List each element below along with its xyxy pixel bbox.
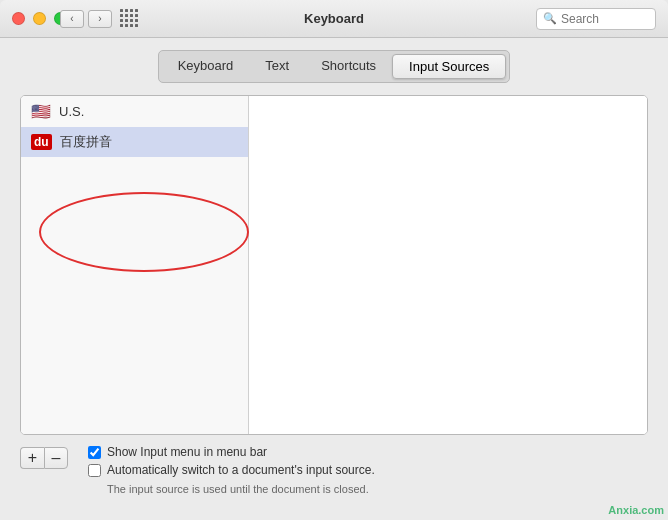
add-button[interactable]: + <box>20 447 44 469</box>
tab-bar: Keyboard Text Shortcuts Input Sources <box>158 50 511 83</box>
tab-shortcuts[interactable]: Shortcuts <box>305 54 392 79</box>
us-flag-icon: 🇺🇸 <box>31 102 51 121</box>
input-source-detail <box>249 96 647 434</box>
search-input[interactable] <box>561 12 649 26</box>
main-content: Keyboard Text Shortcuts Input Sources 🇺🇸… <box>0 38 668 520</box>
content-area: 🇺🇸 U.S. du 百度拼音 <box>20 95 648 435</box>
search-box[interactable]: 🔍 <box>536 8 656 30</box>
watermark: Anxia.com <box>608 504 664 516</box>
baidu-icon: du <box>31 134 52 150</box>
checkbox-row-auto-switch: Automatically switch to a document's inp… <box>88 463 375 477</box>
traffic-lights <box>12 12 67 25</box>
title-bar: ‹ › Keyboard 🔍 <box>0 0 668 38</box>
add-remove-group: + – <box>20 447 68 469</box>
show-input-menu-checkbox[interactable] <box>88 446 101 459</box>
checkboxes-area: Show Input menu in menu bar Automaticall… <box>88 445 375 495</box>
tab-text[interactable]: Text <box>249 54 305 79</box>
us-label: U.S. <box>59 104 84 119</box>
bottom-controls: + – Show Input menu in menu bar Automati… <box>20 445 648 495</box>
baidu-label: 百度拼音 <box>60 133 112 151</box>
hint-text: The input source is used until the docum… <box>107 483 375 495</box>
auto-switch-checkbox[interactable] <box>88 464 101 477</box>
tab-keyboard[interactable]: Keyboard <box>162 54 250 79</box>
grid-icon <box>120 9 139 28</box>
forward-button[interactable]: › <box>88 10 112 28</box>
close-button[interactable] <box>12 12 25 25</box>
tab-input-sources[interactable]: Input Sources <box>392 54 506 79</box>
show-input-menu-label: Show Input menu in menu bar <box>107 445 267 459</box>
nav-buttons: ‹ › <box>60 10 112 28</box>
window-title: Keyboard <box>304 11 364 26</box>
list-item[interactable]: du 百度拼音 <box>21 127 248 157</box>
minimize-button[interactable] <box>33 12 46 25</box>
back-button[interactable]: ‹ <box>60 10 84 28</box>
search-icon: 🔍 <box>543 12 557 25</box>
input-source-list: 🇺🇸 U.S. du 百度拼音 <box>21 96 249 434</box>
list-item[interactable]: 🇺🇸 U.S. <box>21 96 248 127</box>
remove-button[interactable]: – <box>44 447 68 469</box>
checkbox-row-show-menu: Show Input menu in menu bar <box>88 445 375 459</box>
auto-switch-label: Automatically switch to a document's inp… <box>107 463 375 477</box>
app-grid-button[interactable] <box>118 8 140 30</box>
